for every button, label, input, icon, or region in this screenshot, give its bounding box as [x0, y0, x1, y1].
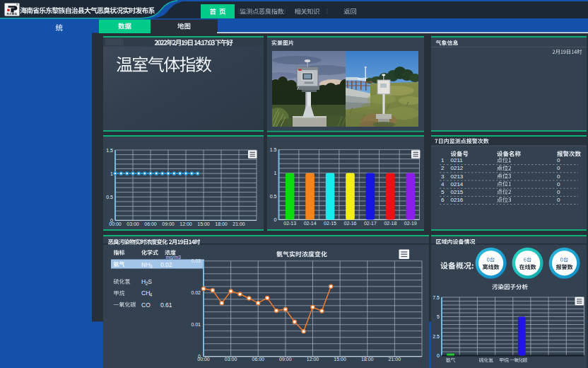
svg-text:00:00: 00:00	[197, 357, 210, 362]
svg-text:7.5: 7.5	[433, 295, 440, 300]
svg-text:21:00: 21:00	[233, 222, 245, 226]
svg-text:18:00: 18:00	[361, 357, 374, 362]
svg-text:03:00: 03:00	[127, 222, 139, 226]
svg-text:0216: 0216	[451, 197, 464, 203]
svg-text:S: S	[148, 278, 152, 285]
svg-text:0.02: 0.02	[191, 290, 201, 295]
svg-text:09:00: 09:00	[279, 357, 292, 362]
svg-text:0.03: 0.03	[191, 258, 201, 263]
svg-text:02-13: 02-13	[283, 221, 296, 226]
svg-text:0: 0	[557, 181, 560, 188]
svg-text:00:00: 00:00	[109, 222, 122, 226]
svg-text:0: 0	[557, 165, 560, 171]
svg-text:CO: CO	[141, 301, 151, 309]
svg-text:0: 0	[437, 353, 440, 358]
svg-text:15:00: 15:00	[334, 357, 346, 362]
svg-text:0.5: 0.5	[106, 195, 113, 200]
svg-text:0.5: 0.5	[270, 194, 277, 199]
svg-text:0: 0	[557, 189, 560, 195]
svg-text:15:00: 15:00	[197, 222, 210, 226]
svg-text:2: 2	[441, 165, 445, 171]
svg-text:02-19: 02-19	[404, 221, 417, 226]
svg-text:2.5: 2.5	[433, 334, 440, 339]
svg-text:0213: 0213	[451, 173, 464, 180]
svg-text:4: 4	[441, 181, 445, 188]
svg-text:0: 0	[557, 157, 560, 163]
svg-text:18:00: 18:00	[215, 222, 228, 226]
svg-text:06:00: 06:00	[144, 222, 157, 226]
svg-text:02-17: 02-17	[364, 221, 377, 226]
svg-text:0.01: 0.01	[191, 322, 201, 327]
svg-text:5: 5	[441, 189, 445, 195]
svg-text:NH: NH	[141, 261, 150, 268]
svg-text:1.5: 1.5	[106, 148, 113, 153]
svg-text:1.5: 1.5	[270, 147, 277, 152]
svg-text:3: 3	[150, 264, 153, 269]
svg-text:0214: 0214	[451, 181, 464, 188]
svg-text:CH: CH	[141, 289, 150, 297]
svg-text:0215: 0215	[451, 189, 464, 195]
svg-text:02-18: 02-18	[384, 221, 396, 226]
svg-text:02-16: 02-16	[344, 221, 357, 226]
svg-text:1: 1	[274, 171, 277, 176]
svg-text:0: 0	[557, 197, 560, 203]
svg-text:0212: 0212	[451, 165, 464, 171]
svg-text:1: 1	[441, 157, 445, 163]
svg-text:02-14: 02-14	[304, 221, 317, 226]
svg-text:21:00: 21:00	[389, 357, 401, 362]
svg-text:3: 3	[441, 173, 445, 180]
svg-text:06:00: 06:00	[252, 357, 264, 362]
svg-text:0: 0	[557, 173, 560, 180]
svg-text:0211: 0211	[451, 157, 464, 163]
svg-text:0.61: 0.61	[160, 301, 172, 309]
svg-text:12:00: 12:00	[180, 222, 192, 226]
svg-text:6: 6	[441, 197, 445, 203]
svg-text:09:00: 09:00	[162, 222, 175, 226]
svg-text:12:00: 12:00	[307, 357, 319, 362]
svg-text:0: 0	[274, 217, 277, 222]
svg-text:02-15: 02-15	[324, 221, 336, 226]
svg-text:5: 5	[437, 314, 440, 319]
svg-text:0.02: 0.02	[160, 261, 172, 268]
svg-text:03:00: 03:00	[225, 357, 237, 362]
svg-text:1: 1	[110, 171, 113, 176]
svg-text:4: 4	[150, 292, 153, 297]
